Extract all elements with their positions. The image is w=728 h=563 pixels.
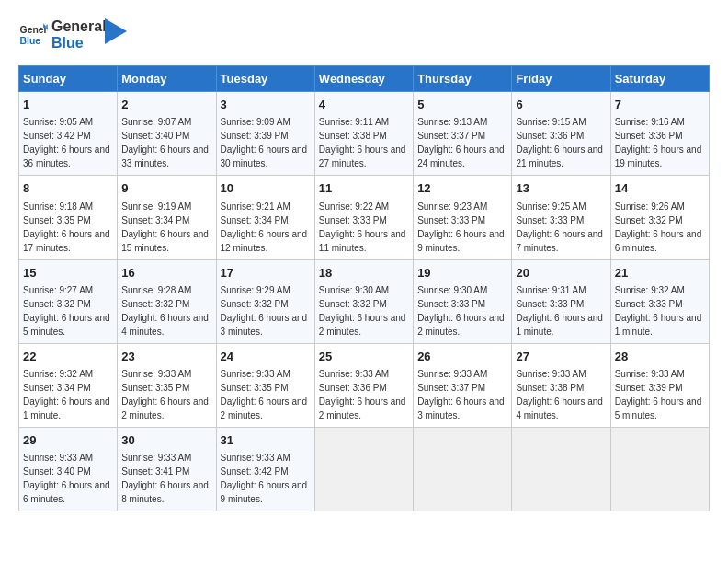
day-number: 18 — [319, 265, 409, 282]
sunrise-info: Sunrise: 9:32 AM — [615, 285, 685, 295]
sunset-info: Sunset: 3:36 PM — [615, 131, 683, 141]
calendar-cell: 30 Sunrise: 9:33 AM Sunset: 3:41 PM Dayl… — [118, 427, 216, 511]
calendar-cell — [314, 427, 413, 511]
sunset-info: Sunset: 3:40 PM — [23, 466, 91, 477]
week-row-2: 8 Sunrise: 9:18 AM Sunset: 3:35 PM Dayli… — [19, 176, 710, 259]
day-number: 16 — [121, 265, 211, 282]
calendar-cell: 17 Sunrise: 9:29 AM Sunset: 3:32 PM Dayl… — [216, 259, 314, 343]
sunrise-info: Sunrise: 9:33 AM — [615, 369, 685, 379]
calendar-cell: 11 Sunrise: 9:22 AM Sunset: 3:33 PM Dayl… — [314, 176, 413, 259]
sunrise-info: Sunrise: 9:13 AM — [417, 117, 487, 127]
sunset-info: Sunset: 3:34 PM — [221, 215, 289, 225]
daylight-info: Daylight: 6 hours and 3 minutes. — [221, 313, 308, 337]
day-number: 29 — [23, 432, 113, 449]
daylight-info: Daylight: 6 hours and 2 minutes. — [221, 396, 308, 420]
sunset-info: Sunset: 3:32 PM — [121, 299, 189, 309]
daylight-info: Daylight: 6 hours and 11 minutes. — [319, 229, 406, 253]
sunset-info: Sunset: 3:41 PM — [121, 466, 189, 477]
calendar-cell: 6 Sunrise: 9:15 AM Sunset: 3:36 PM Dayli… — [512, 92, 610, 176]
day-number: 30 — [121, 432, 211, 449]
calendar-table: SundayMondayTuesdayWednesdayThursdayFrid… — [18, 65, 710, 511]
calendar-cell: 16 Sunrise: 9:28 AM Sunset: 3:32 PM Dayl… — [118, 259, 216, 343]
sunset-info: Sunset: 3:34 PM — [23, 383, 91, 393]
sunset-info: Sunset: 3:33 PM — [417, 215, 485, 225]
sunrise-info: Sunrise: 9:23 AM — [417, 201, 487, 212]
logo-arrow-icon — [105, 18, 127, 44]
daylight-info: Daylight: 6 hours and 7 minutes. — [516, 229, 603, 253]
sunset-info: Sunset: 3:35 PM — [23, 215, 91, 225]
calendar-cell: 20 Sunrise: 9:31 AM Sunset: 3:33 PM Dayl… — [512, 259, 610, 343]
day-number: 8 — [23, 180, 113, 197]
calendar-cell: 24 Sunrise: 9:33 AM Sunset: 3:35 PM Dayl… — [216, 343, 314, 427]
daylight-info: Daylight: 6 hours and 3 minutes. — [417, 396, 505, 420]
day-number: 17 — [221, 265, 311, 282]
calendar-cell: 10 Sunrise: 9:21 AM Sunset: 3:34 PM Dayl… — [216, 176, 314, 259]
calendar-cell: 3 Sunrise: 9:09 AM Sunset: 3:39 PM Dayli… — [216, 92, 314, 176]
daylight-info: Daylight: 6 hours and 5 minutes. — [23, 313, 110, 337]
calendar-cell: 27 Sunrise: 9:33 AM Sunset: 3:38 PM Dayl… — [512, 343, 610, 427]
calendar-header-row: SundayMondayTuesdayWednesdayThursdayFrid… — [19, 66, 710, 92]
calendar-cell: 23 Sunrise: 9:33 AM Sunset: 3:35 PM Dayl… — [118, 343, 216, 427]
column-header-wednesday: Wednesday — [314, 66, 413, 92]
day-number: 10 — [221, 180, 311, 197]
sunrise-info: Sunrise: 9:33 AM — [23, 453, 93, 463]
sunset-info: Sunset: 3:33 PM — [319, 215, 387, 225]
sunset-info: Sunset: 3:38 PM — [319, 131, 387, 141]
day-number: 22 — [23, 349, 113, 365]
sunset-info: Sunset: 3:35 PM — [121, 383, 189, 393]
daylight-info: Daylight: 6 hours and 1 minute. — [23, 396, 110, 420]
calendar-cell: 2 Sunrise: 9:07 AM Sunset: 3:40 PM Dayli… — [118, 92, 216, 176]
logo: General Blue General Blue — [18, 18, 127, 51]
day-number: 15 — [23, 265, 113, 282]
daylight-info: Daylight: 6 hours and 2 minutes. — [417, 313, 505, 337]
sunrise-info: Sunrise: 9:32 AM — [23, 369, 93, 379]
sunrise-info: Sunrise: 9:30 AM — [319, 285, 389, 295]
sunrise-info: Sunrise: 9:33 AM — [516, 369, 586, 379]
day-number: 12 — [417, 180, 507, 197]
day-number: 6 — [516, 97, 606, 113]
daylight-info: Daylight: 6 hours and 2 minutes. — [121, 396, 209, 420]
daylight-info: Daylight: 6 hours and 8 minutes. — [121, 480, 209, 504]
column-header-sunday: Sunday — [19, 66, 118, 92]
day-number: 9 — [121, 180, 211, 197]
calendar-cell: 28 Sunrise: 9:33 AM Sunset: 3:39 PM Dayl… — [610, 343, 709, 427]
day-number: 4 — [319, 97, 409, 113]
calendar-cell: 21 Sunrise: 9:32 AM Sunset: 3:33 PM Dayl… — [610, 259, 709, 343]
day-number: 3 — [221, 97, 311, 113]
calendar-cell: 22 Sunrise: 9:32 AM Sunset: 3:34 PM Dayl… — [19, 343, 118, 427]
day-number: 5 — [417, 97, 507, 113]
sunrise-info: Sunrise: 9:33 AM — [417, 369, 487, 379]
calendar-cell: 19 Sunrise: 9:30 AM Sunset: 3:33 PM Dayl… — [414, 259, 512, 343]
daylight-info: Daylight: 6 hours and 36 minutes. — [23, 144, 110, 168]
sunrise-info: Sunrise: 9:33 AM — [319, 369, 389, 379]
svg-marker-5 — [105, 18, 127, 44]
calendar-cell: 13 Sunrise: 9:25 AM Sunset: 3:33 PM Dayl… — [512, 176, 610, 259]
page-header: General Blue General Blue — [18, 18, 710, 51]
daylight-info: Daylight: 6 hours and 4 minutes. — [121, 313, 209, 337]
week-row-4: 22 Sunrise: 9:32 AM Sunset: 3:34 PM Dayl… — [19, 343, 710, 427]
calendar-cell: 12 Sunrise: 9:23 AM Sunset: 3:33 PM Dayl… — [414, 176, 512, 259]
sunset-info: Sunset: 3:38 PM — [516, 383, 584, 393]
column-header-friday: Friday — [512, 66, 610, 92]
calendar-cell: 9 Sunrise: 9:19 AM Sunset: 3:34 PM Dayli… — [118, 176, 216, 259]
sunset-info: Sunset: 3:37 PM — [417, 383, 485, 393]
calendar-cell: 5 Sunrise: 9:13 AM Sunset: 3:37 PM Dayli… — [414, 92, 512, 176]
sunset-info: Sunset: 3:32 PM — [23, 299, 91, 309]
sunset-info: Sunset: 3:42 PM — [23, 131, 91, 141]
calendar-cell: 29 Sunrise: 9:33 AM Sunset: 3:40 PM Dayl… — [19, 427, 118, 511]
daylight-info: Daylight: 6 hours and 2 minutes. — [319, 396, 406, 420]
sunset-info: Sunset: 3:33 PM — [516, 299, 584, 309]
calendar-cell: 26 Sunrise: 9:33 AM Sunset: 3:37 PM Dayl… — [414, 343, 512, 427]
sunset-info: Sunset: 3:34 PM — [121, 215, 189, 225]
day-number: 23 — [121, 349, 211, 365]
daylight-info: Daylight: 6 hours and 33 minutes. — [121, 144, 209, 168]
daylight-info: Daylight: 6 hours and 19 minutes. — [615, 144, 702, 168]
daylight-info: Daylight: 6 hours and 2 minutes. — [319, 313, 406, 337]
daylight-info: Daylight: 6 hours and 4 minutes. — [516, 396, 603, 420]
daylight-info: Daylight: 6 hours and 17 minutes. — [23, 229, 110, 253]
sunrise-info: Sunrise: 9:18 AM — [23, 201, 93, 212]
daylight-info: Daylight: 6 hours and 9 minutes. — [417, 229, 505, 253]
sunrise-info: Sunrise: 9:33 AM — [121, 453, 191, 463]
calendar-cell — [414, 427, 512, 511]
sunset-info: Sunset: 3:33 PM — [417, 299, 485, 309]
